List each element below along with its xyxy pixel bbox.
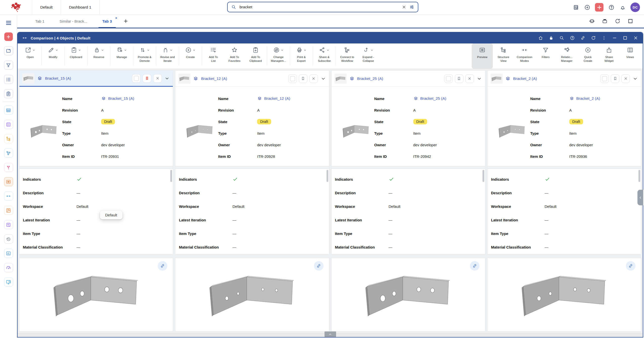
- dashboard-tab[interactable]: Dashboard 1: [61, 0, 100, 15]
- tab-close-icon[interactable]: ×: [115, 16, 117, 20]
- quick-add-button[interactable]: [595, 3, 603, 12]
- item-name-link[interactable]: Bracket_12 (A): [201, 76, 227, 81]
- sidebar-item-history[interactable]: [4, 234, 13, 244]
- add-to-favorites-button[interactable]: Add To Favorites: [224, 43, 245, 69]
- tab-tab-3[interactable]: Tab 3×: [95, 15, 119, 28]
- select-checkbox[interactable]: [444, 74, 453, 83]
- modify-button[interactable]: Modify: [43, 43, 64, 69]
- add-to-list-button[interactable]: Add To List: [203, 43, 224, 69]
- window-help-button[interactable]: [570, 35, 575, 40]
- reserve-button[interactable]: Reserve: [88, 43, 109, 69]
- relatio-manager-button[interactable]: Relatio... Manager: [556, 43, 577, 69]
- card-header[interactable]: Bracket_2 (A): [488, 71, 641, 87]
- revise-and-iterate-button[interactable]: Revise and Iterate: [157, 43, 178, 69]
- search-input[interactable]: [239, 5, 399, 10]
- collapse-panel-toggle[interactable]: [637, 190, 643, 205]
- sidebar-item-branching[interactable]: [4, 163, 13, 172]
- print-export-button[interactable]: Print & Export: [291, 43, 312, 69]
- sidebar-item-comparison[interactable]: [4, 191, 13, 201]
- tab-tab-1[interactable]: Tab 1: [28, 15, 52, 28]
- search-settings-icon[interactable]: [409, 5, 414, 10]
- sidebar-item-contents[interactable]: [4, 46, 13, 55]
- open-link-button[interactable]: [470, 261, 479, 271]
- sidebar-item-remote-sync[interactable]: [4, 277, 13, 286]
- workspace-tab-default[interactable]: Default: [32, 0, 61, 15]
- item-name-link[interactable]: Bracket_25 (A): [420, 96, 446, 101]
- card-scrollbar[interactable]: [327, 170, 328, 182]
- sidebar-item-main-menu[interactable]: [4, 19, 13, 27]
- select-checkbox[interactable]: [132, 74, 141, 83]
- sidebar-item-form-view[interactable]: [4, 120, 13, 129]
- remove-card-button[interactable]: [309, 74, 318, 83]
- maximize-button[interactable]: [627, 18, 633, 24]
- sidebar-item-lists[interactable]: [4, 75, 13, 84]
- card-scrollbar[interactable]: [482, 170, 484, 182]
- refresh-button[interactable]: [615, 18, 621, 24]
- window-search-button[interactable]: [559, 35, 564, 40]
- promote-demote-button[interactable]: Promote & Demote: [134, 43, 155, 69]
- horizontal-scrollbar[interactable]: [18, 333, 643, 337]
- item-name-link[interactable]: Bracket_25 (A): [357, 76, 383, 81]
- window-maximize-button[interactable]: [623, 35, 628, 40]
- item-name-link[interactable]: Bracket_12 (A): [264, 96, 290, 101]
- window-more-button[interactable]: [601, 35, 607, 40]
- item-name-link[interactable]: Bracket_2 (A): [576, 96, 600, 101]
- views-button[interactable]: Views: [620, 43, 641, 69]
- comparison-modes-button[interactable]: Comparison Modes: [514, 43, 535, 69]
- tab-similar-brack[interactable]: Similar - Brack...: [52, 15, 95, 28]
- sidebar-item-dashboards[interactable]: [4, 263, 13, 272]
- add-to-clipboard-button[interactable]: Add To Clipboard: [245, 43, 266, 69]
- item-name-link[interactable]: Bracket_2 (A): [513, 76, 537, 81]
- sidebar-item-table-view[interactable]: [4, 106, 13, 115]
- share-subscribe-button[interactable]: Share & Subscribe: [314, 43, 335, 69]
- sidebar-item-structure-view[interactable]: [4, 134, 13, 143]
- bookmark-button[interactable]: [611, 74, 619, 83]
- window-titlebar[interactable]: Comparison | 4 Objects | Default: [18, 32, 643, 43]
- open-link-button[interactable]: [626, 261, 635, 271]
- assistant-button[interactable]: [589, 18, 595, 24]
- preview-button[interactable]: Preview: [472, 43, 493, 69]
- sidebar-item-kanban-board[interactable]: [4, 206, 13, 215]
- add-tab-button[interactable]: [123, 18, 129, 24]
- toolbox-button[interactable]: [602, 18, 608, 24]
- window-minimize-button[interactable]: [612, 35, 617, 40]
- window-lock-button[interactable]: [549, 35, 554, 40]
- sidebar-item-reports[interactable]: [4, 249, 13, 258]
- open-button[interactable]: Open: [20, 43, 41, 69]
- quick-create-button[interactable]: Quick Create: [577, 43, 598, 69]
- bookmark-button[interactable]: [143, 74, 151, 83]
- item-name-link[interactable]: Bracket_15 (A): [45, 76, 71, 81]
- help-button[interactable]: [608, 4, 615, 11]
- open-link-button[interactable]: [158, 261, 167, 271]
- sidebar-item-create-new[interactable]: [4, 32, 13, 41]
- structure-view-button[interactable]: Structure View: [493, 43, 514, 69]
- app-logo[interactable]: [0, 0, 32, 15]
- collapse-card-button[interactable]: [632, 76, 638, 81]
- sidebar-item-relationships[interactable]: [4, 149, 13, 158]
- card-header[interactable]: Bracket_12 (A): [175, 71, 329, 87]
- window-home-button[interactable]: [538, 35, 543, 40]
- remove-card-button[interactable]: [153, 74, 162, 83]
- share-widget-button[interactable]: Share Widget: [598, 43, 620, 69]
- window-copy-link-button[interactable]: [580, 35, 585, 40]
- clear-search-icon[interactable]: [401, 5, 407, 10]
- sidebar-item-documents[interactable]: [4, 220, 13, 229]
- expand-collapse-button[interactable]: Expand - Collapse: [358, 43, 379, 69]
- user-avatar[interactable]: DC: [630, 3, 640, 12]
- bookmark-button[interactable]: [455, 74, 463, 83]
- bookmark-button[interactable]: [299, 74, 307, 83]
- select-checkbox[interactable]: [288, 74, 297, 83]
- create-button[interactable]: Create: [180, 43, 201, 69]
- card-header[interactable]: Bracket_25 (A): [332, 71, 485, 87]
- select-checkbox[interactable]: [600, 74, 609, 83]
- filters-button[interactable]: Filters: [535, 43, 556, 69]
- remove-card-button[interactable]: [465, 74, 474, 83]
- scrollbar-expand-handle[interactable]: [325, 331, 336, 337]
- item-name-link[interactable]: Bracket_15 (A): [108, 96, 134, 101]
- window-refresh-button[interactable]: [591, 35, 596, 40]
- app-switcher-button[interactable]: [572, 4, 579, 11]
- sidebar-item-clipboard[interactable]: [4, 89, 13, 98]
- window-close-button[interactable]: [633, 35, 638, 40]
- card-scrollbar[interactable]: [170, 170, 172, 182]
- remove-card-button[interactable]: [621, 74, 630, 83]
